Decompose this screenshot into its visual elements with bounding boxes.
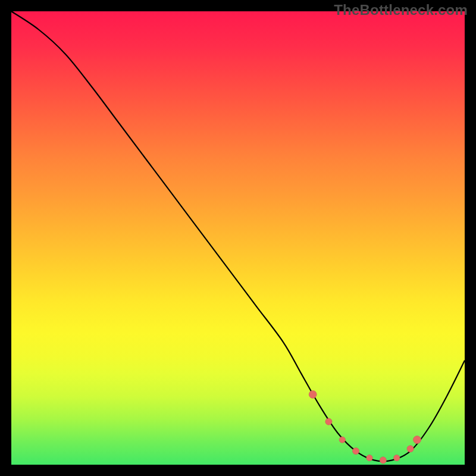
heat-gradient-plot-area	[11, 11, 465, 465]
chart-frame: TheBottleneck.com	[0, 0, 476, 476]
